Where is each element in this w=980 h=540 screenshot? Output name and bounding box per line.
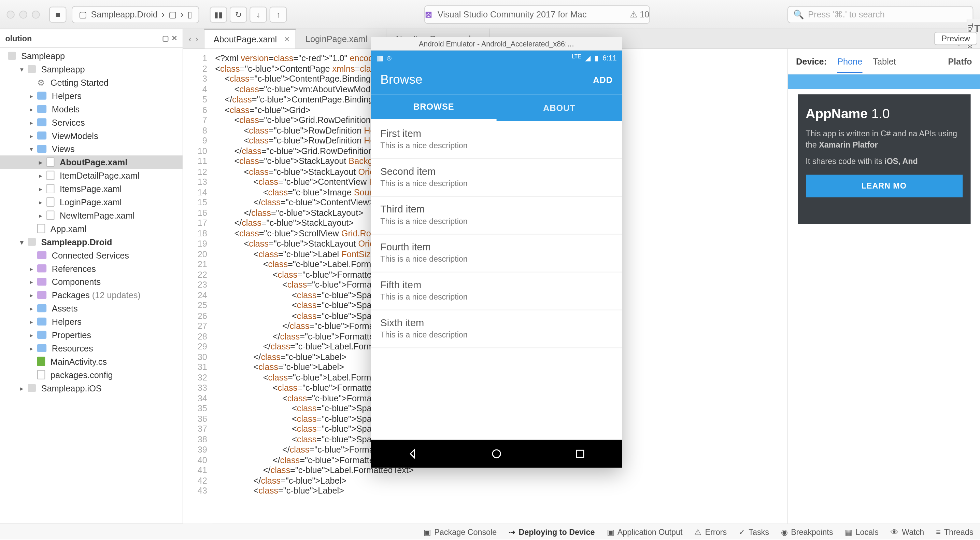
minimize-window-dot[interactable] [19,10,27,18]
solution-tree[interactable]: Sampleapp▾Sampleapp⚙Getting Started▸Help… [0,48,183,524]
zoom-window-dot[interactable] [32,10,40,18]
package-console-pad[interactable]: ▣Package Console [423,527,496,536]
tab-about[interactable]: ABOUT [496,94,622,121]
tree-item[interactable]: ▸AboutPage.xaml [0,155,183,169]
warnings-badge[interactable]: ⚠ 10 [630,9,649,19]
tree-item[interactable]: ▸Helpers [0,315,183,328]
device-tablet-tab[interactable]: Tablet [873,56,896,66]
android-tabs: BROWSE ABOUT [371,94,622,121]
deploying-pad[interactable]: ⇢Deploying to Device [509,527,595,536]
tree-item[interactable]: ▸NewItemPage.xaml [0,209,183,222]
locals-pad[interactable]: ▦Locals [845,527,879,536]
list-item[interactable]: First itemThis is a nice description [371,121,622,159]
pause-button[interactable]: ▮▮ [210,6,228,22]
android-status-bar: ▥ ⎋ LTE ◢ ▮ 6:11 [371,51,622,65]
search-placeholder: Press '⌘.' to search [808,9,885,19]
pane-options-icon[interactable]: ▢ [162,34,169,42]
learn-more-button[interactable]: LEARN MO [806,175,962,198]
nav-forward-icon[interactable]: › [195,34,198,44]
tree-item[interactable]: ▸Properties [0,328,183,342]
stop-button[interactable]: ■ [49,6,67,22]
list-item[interactable]: Sixth itemThis is a nice description [371,310,622,348]
errors-pad[interactable]: ⚠Errors [694,527,727,536]
watch-pad[interactable]: 👁Watch [891,527,924,536]
add-button[interactable]: ADD [593,75,613,85]
tasks-pad[interactable]: ✓Tasks [739,527,769,536]
tree-item[interactable]: ▸ItemsPage.xaml [0,182,183,195]
app-output-pad[interactable]: ▣Application Output [607,527,682,536]
android-nav-bar [371,440,622,468]
close-window-dot[interactable] [6,10,14,18]
tree-item[interactable]: App.xaml [0,222,183,235]
target-project-label: Sampleapp.Droid [91,9,158,19]
platform-label[interactable]: Platfo [948,56,972,66]
search-icon: 🔍 [793,9,804,19]
signal-icon: ◢ [585,54,590,62]
phone-preview-surface: AppName 1.0 This app is written in C# an… [798,94,970,224]
solution-header: olution ▢✕ [0,29,183,48]
android-list[interactable]: First itemThis is a nice descriptionSeco… [371,121,622,440]
preview-paragraph-1: This app is written in C# and na APIs us… [806,128,962,150]
breakpoints-pad[interactable]: ◉Breakpoints [781,527,833,536]
tree-item[interactable]: packages.config [0,368,183,382]
xaml-preview-pane: Preview Device: Phone Tablet Platfo AppN… [788,49,980,524]
target-config-icon: ▢ [169,9,177,19]
tree-item[interactable]: MainActivity.cs [0,355,183,368]
status-text: Visual Studio Community 2017 for Mac [438,9,587,19]
device-phone-tab[interactable]: Phone [837,56,862,73]
threads-icon: ≡ [936,527,941,536]
locals-icon: ▦ [845,527,852,536]
threads-pad[interactable]: ≡Threads [936,527,973,536]
emulator-titlebar[interactable]: Android Emulator - Android_Accelerated_x… [371,37,622,51]
chevron-right-icon: › [162,9,164,19]
clock-text: 6:11 [603,54,617,62]
tree-item[interactable]: ▸ItemDetailPage.xaml [0,169,183,182]
global-search[interactable]: 🔍 Press '⌘.' to search [788,6,974,23]
list-item[interactable]: Fifth itemThis is a nice description [371,272,622,311]
list-item[interactable]: Fourth itemThis is a nice description [371,235,622,272]
list-item[interactable]: Second itemThis is a nice description [371,159,622,197]
tree-item[interactable]: ▸Helpers [0,89,183,102]
device-selector-row: Device: Phone Tablet Platfo [788,49,980,75]
step-into-button[interactable]: ↓ [250,6,267,22]
document-tab[interactable]: AboutPage.xaml✕ [204,29,296,48]
tab-browse[interactable]: BROWSE [371,94,496,121]
tree-item[interactable]: ▸Sampleapp.iOS [0,381,183,395]
nav-recents-icon[interactable] [574,448,586,460]
android-emulator-window: Android Emulator - Android_Accelerated_x… [371,37,622,468]
nav-home-icon[interactable] [490,448,503,460]
tree-item[interactable]: ▸Services [0,115,183,129]
close-tab-icon[interactable]: ✕ [284,35,290,44]
tree-item[interactable]: ▾Views [0,142,183,155]
tree-item[interactable]: ▸ViewModels [0,129,183,142]
run-target-selector[interactable]: ▢ Sampleapp.Droid › ▢ › ▯ [72,6,199,23]
solution-root[interactable]: Sampleapp [0,49,183,62]
nav-back-icon[interactable] [407,448,419,460]
lte-label: LTE [572,54,581,62]
pane-close-icon[interactable]: ✕ [171,34,178,42]
list-item[interactable]: Third itemThis is a nice description [371,197,622,235]
tree-item[interactable]: ▸Packages (12 updates) [0,288,183,302]
nav-back-icon[interactable]: ‹ [188,34,191,44]
tree-item[interactable]: ▸Models [0,102,183,116]
tree-item[interactable]: ▸Components [0,275,183,288]
watch-icon: 👁 [891,527,899,536]
tree-item[interactable]: ▸References [0,262,183,275]
tree-item[interactable]: ▾Sampleapp [0,62,183,76]
tree-item[interactable]: ⚙Getting Started [0,76,183,89]
tree-item[interactable]: ▸Assets [0,302,183,315]
breakpoint-icon: ◉ [781,527,788,536]
output-icon: ▣ [607,527,614,536]
tree-item[interactable]: ▸Resources [0,342,183,355]
tree-item[interactable]: ▾Sampleapp.Droid [0,235,183,248]
line-gutter: 1234567891011121314151617181920212223242… [183,49,213,524]
solution-header-label: olution [5,33,32,43]
svg-rect-1 [576,450,583,457]
step-over-button[interactable]: ↻ [230,6,247,22]
step-out-button[interactable]: ↑ [270,6,287,22]
tree-item[interactable]: Connected Services [0,248,183,262]
tree-item[interactable]: ▸LoginPage.xaml [0,195,183,209]
preview-toggle-button[interactable]: Preview [934,32,977,45]
vs-logo-icon: ⊠ [425,9,432,19]
console-icon: ▣ [423,527,431,536]
